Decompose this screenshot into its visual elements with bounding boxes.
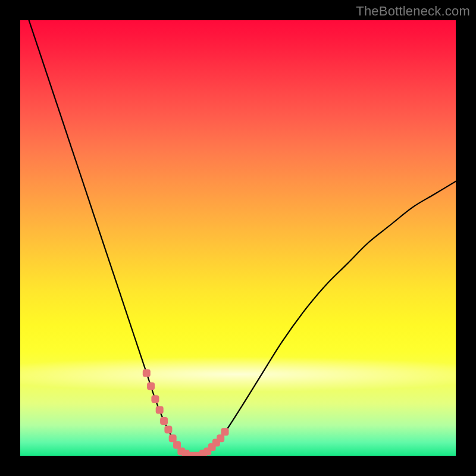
bottleneck-curve: [29, 20, 456, 456]
plot-area: [20, 20, 456, 456]
watermark-text: TheBottleneck.com: [356, 4, 470, 19]
marker-point: [164, 426, 172, 434]
chart-frame: TheBottleneck.com: [0, 0, 476, 476]
highlight-markers: [143, 369, 229, 456]
marker-point: [147, 382, 155, 390]
marker-point: [151, 395, 159, 403]
marker-point: [156, 406, 164, 414]
marker-point: [221, 428, 229, 436]
marker-point: [143, 369, 151, 377]
curve-svg: [20, 20, 456, 456]
marker-point: [160, 417, 168, 425]
